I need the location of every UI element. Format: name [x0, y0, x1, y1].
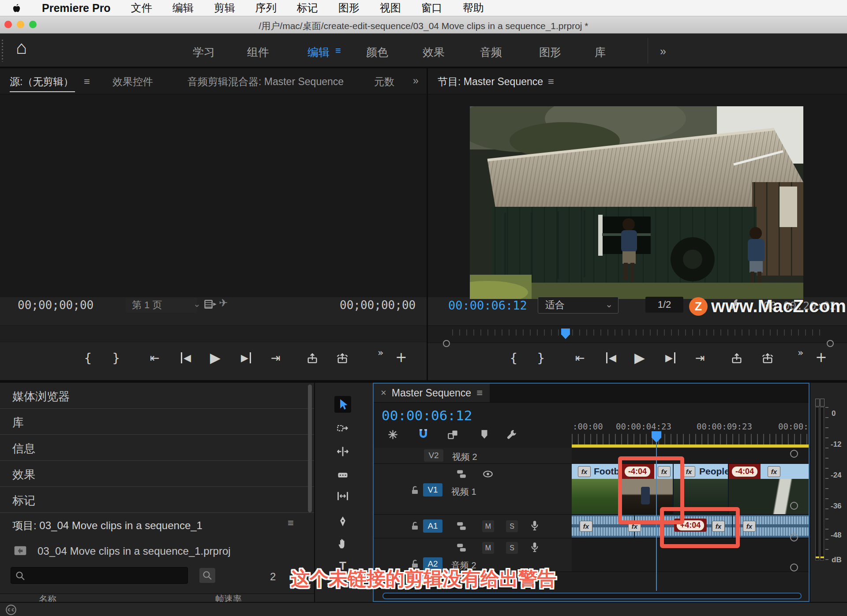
step-back-button[interactable]: ◀	[181, 352, 191, 363]
video-clip-football[interactable]: fx Footb	[572, 464, 620, 514]
menu-item-edit[interactable]: 编辑	[172, 1, 194, 15]
fx-badge[interactable]: fx	[578, 466, 591, 477]
lock-icon[interactable]	[410, 485, 420, 496]
transport-overflow-icon[interactable]: »	[378, 347, 383, 358]
fx-badge[interactable]: fx	[682, 466, 695, 477]
tab-source[interactable]: 源:（无剪辑）	[10, 75, 73, 89]
panel-grip[interactable]	[2, 40, 3, 62]
linked-selection-icon[interactable]	[447, 429, 459, 441]
program-playhead[interactable]	[561, 329, 570, 339]
source-panel-menu-icon[interactable]: ≡	[84, 75, 90, 88]
page-select-dropdown[interactable]: 第 1 页	[126, 298, 197, 313]
voiceover-mic-icon[interactable]	[529, 541, 540, 553]
mute-button[interactable]: M	[482, 542, 494, 554]
add-button-icon[interactable]: +	[395, 349, 407, 366]
menu-item-markers[interactable]: 标记	[297, 1, 318, 15]
selection-tool[interactable]	[334, 396, 351, 413]
panel-tab-info[interactable]: 信息	[0, 435, 314, 461]
tab-program[interactable]: 节目: Master Sequence	[438, 75, 543, 89]
add-button-icon[interactable]: +	[815, 349, 827, 366]
playback-resolution-dropdown[interactable]: 1/2	[645, 297, 683, 313]
menu-item-window[interactable]: 窗口	[421, 1, 442, 15]
chevron-down-icon[interactable]: ⌄	[193, 299, 201, 309]
go-to-out-button[interactable]: ⇥	[271, 351, 281, 365]
track-select-forward-tool[interactable]	[334, 420, 351, 437]
go-to-in-button[interactable]: ⇤	[575, 351, 585, 365]
go-to-out-button[interactable]: ⇥	[695, 351, 705, 365]
play-button[interactable]: ▶	[210, 350, 221, 366]
extract-button[interactable]	[336, 352, 349, 365]
step-back-button[interactable]: ◀	[606, 352, 616, 363]
close-icon[interactable]: ×	[381, 387, 386, 399]
project-search-input[interactable]	[11, 567, 188, 584]
fx-badge[interactable]: fx	[743, 521, 756, 532]
track-height-handle[interactable]	[790, 564, 798, 571]
mark-in-button[interactable]: {	[510, 351, 517, 366]
mark-out-button[interactable]: }	[537, 351, 545, 366]
transport-overflow-icon[interactable]: »	[798, 347, 803, 358]
razor-tool[interactable]	[334, 467, 351, 483]
solo-button[interactable]: S	[506, 520, 518, 532]
mark-out-button[interactable]: }	[112, 351, 120, 366]
workspace-tab-graphics[interactable]: 图形	[539, 45, 561, 60]
snap-magnet-icon[interactable]	[417, 428, 430, 441]
toggle-track-output-eye-icon[interactable]	[482, 468, 494, 480]
step-forward-button[interactable]: ▶	[665, 352, 675, 363]
menu-item-file[interactable]: 文件	[131, 1, 152, 15]
workspace-tab-effects[interactable]: 效果	[423, 45, 445, 60]
mute-button[interactable]: M	[482, 520, 494, 532]
menu-item-sequence[interactable]: 序列	[255, 1, 277, 15]
apple-icon[interactable]	[11, 3, 22, 13]
tab-metadata[interactable]: 元数	[374, 75, 400, 89]
source-patch-icon[interactable]	[456, 542, 467, 553]
timeline-current-timecode[interactable]: 00:00:06:12	[382, 407, 472, 423]
tab-effect-controls[interactable]: 效果控件	[112, 75, 153, 89]
creative-cloud-icon[interactable]	[5, 604, 17, 616]
timeline-settings-wrench-icon[interactable]	[506, 429, 518, 441]
menu-item-help[interactable]: 帮助	[463, 1, 484, 15]
work-area-bar[interactable]	[572, 444, 809, 448]
fx-badge[interactable]: fx	[768, 466, 780, 477]
hand-tool[interactable]	[334, 535, 351, 552]
menu-item-clip[interactable]: 剪辑	[214, 1, 235, 15]
solo-button[interactable]: S	[506, 542, 518, 554]
workspace-tab-editing[interactable]: 编辑	[307, 45, 330, 60]
timeline-menu-icon[interactable]: ≡	[476, 387, 483, 399]
project-panel-title[interactable]: 项目: 03_04 Move clips in a sequence_1	[12, 519, 202, 533]
source-patch-icon[interactable]	[456, 520, 467, 532]
workspace-menu-icon[interactable]: ≡	[335, 45, 341, 56]
zoom-level-dropdown[interactable]: 适合 ⌄	[538, 297, 618, 314]
panel-tab-markers[interactable]: 标记	[0, 487, 314, 513]
search-bin-button[interactable]	[199, 568, 215, 583]
mark-in-button[interactable]: {	[84, 351, 92, 366]
play-button[interactable]: ▶	[634, 350, 645, 366]
track-v2-clips[interactable]	[572, 448, 809, 463]
vertical-scrollbar[interactable]	[308, 385, 312, 512]
pen-tool[interactable]	[334, 513, 351, 530]
step-forward-button[interactable]: ▶	[241, 352, 251, 363]
overwrite-icon[interactable]: ✈	[219, 297, 228, 309]
timeline-horizontal-scrollbar[interactable]	[382, 593, 802, 599]
lock-icon[interactable]	[410, 521, 420, 531]
voiceover-mic-icon[interactable]	[529, 520, 540, 531]
insert-film-icon[interactable]	[204, 298, 217, 311]
home-icon[interactable]: ⌂	[16, 37, 27, 58]
ripple-edit-tool[interactable]	[334, 443, 351, 460]
extract-button[interactable]	[761, 352, 774, 365]
lift-button[interactable]	[731, 352, 743, 365]
track-a1-target[interactable]: A1	[423, 519, 442, 533]
workspace-tab-learning[interactable]: 学习	[193, 45, 215, 60]
timeline-ruler[interactable]: :00:00 00:00:04:23 00:00:09:23 00:00:1	[572, 421, 809, 444]
app-menu-title[interactable]: Premiere Pro	[42, 2, 111, 15]
source-scrubber[interactable]	[0, 325, 427, 342]
scrubber-left-handle[interactable]	[443, 340, 450, 347]
track-height-handle[interactable]	[790, 502, 798, 510]
workspace-tab-libraries[interactable]: 库	[595, 45, 606, 60]
program-scrubber[interactable]	[428, 325, 847, 343]
workspace-overflow-icon[interactable]: »	[660, 45, 666, 58]
workspace-tab-color[interactable]: 颜色	[366, 45, 388, 60]
scrubber-right-handle[interactable]	[827, 340, 834, 347]
source-patch-icon[interactable]	[456, 468, 467, 480]
panel-tab-media-browser[interactable]: 媒体浏览器	[0, 383, 314, 409]
track-v2-target[interactable]: V2	[424, 449, 443, 462]
